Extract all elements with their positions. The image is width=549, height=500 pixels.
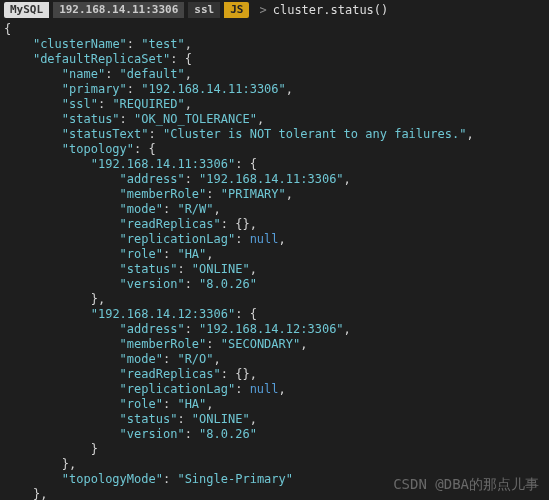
prompt-arrow: > — [259, 3, 266, 17]
badge-ssl: ssl — [188, 2, 220, 18]
badge-js: JS — [224, 2, 249, 18]
shell-prompt[interactable]: MySQL 192.168.14.11:3306 ssl JS > cluste… — [0, 0, 549, 20]
json-output: { "clusterName": "test", "defaultReplica… — [0, 20, 549, 500]
badge-host: 192.168.14.11:3306 — [53, 2, 184, 18]
badge-mysql: MySQL — [4, 2, 49, 18]
command-input[interactable]: cluster.status() — [273, 3, 389, 17]
